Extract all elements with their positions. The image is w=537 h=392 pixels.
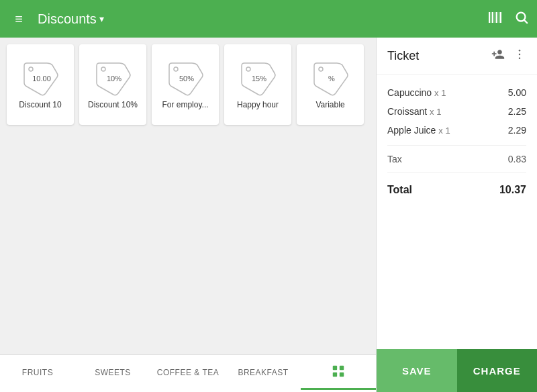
ticket-item[interactable]: Apple Juice x 1 2.29: [387, 121, 526, 140]
barcode-icon[interactable]: [487, 9, 503, 29]
svg-point-23: [519, 50, 521, 52]
ticket-item-qty: x 1: [430, 107, 441, 117]
svg-rect-5: [499, 12, 499, 23]
svg-point-13: [174, 67, 178, 71]
svg-text:15%: 15%: [252, 75, 266, 83]
total-value: 10.37: [499, 184, 526, 196]
ticket-item-name: Capuccino x 1: [387, 87, 446, 98]
discount-label: Discount 10: [12, 100, 68, 109]
ticket-item-name: Croissant x 1: [387, 106, 441, 117]
ticket-item-name: Apple Juice x 1: [387, 125, 450, 136]
ticket-item-price: 2.25: [508, 106, 526, 117]
total-label: Total: [387, 184, 412, 196]
ticket-tax-row: Tax 0.83: [387, 151, 526, 167]
svg-text:%: %: [328, 75, 335, 83]
ticket-actions: SAVE CHARGE: [377, 349, 537, 392]
svg-rect-20: [340, 365, 344, 369]
discount-label: Discount 10%: [85, 100, 141, 109]
discount-card-d2[interactable]: 10% Discount 10%: [79, 44, 146, 125]
discount-card-d1[interactable]: 10.00 Discount 10: [7, 44, 74, 125]
ticket-panel: Ticket Capuccino x 1 5.00: [376, 38, 537, 392]
svg-text:50%: 50%: [179, 75, 194, 83]
search-icon[interactable]: [514, 10, 529, 28]
svg-rect-6: [500, 12, 501, 23]
nav-breakfast[interactable]: BREAKFAST: [226, 355, 301, 392]
svg-rect-0: [489, 12, 490, 23]
ticket-total-row: Total 10.37: [387, 179, 526, 199]
discount-label: Variable: [302, 100, 358, 109]
svg-rect-3: [495, 12, 495, 23]
charge-button[interactable]: CHARGE: [457, 349, 538, 392]
discount-label: Happy hour: [230, 100, 286, 109]
app-header: ≡ Discounts ▾: [0, 0, 537, 38]
tax-value: 0.83: [508, 154, 526, 164]
menu-icon[interactable]: ≡: [8, 11, 30, 27]
nav-sweets[interactable]: SWEETS: [75, 355, 150, 392]
discount-card-d3[interactable]: 50% For employ...: [152, 44, 219, 125]
save-button[interactable]: SAVE: [377, 349, 457, 392]
discount-label: For employ...: [157, 100, 213, 109]
ticket-header: Ticket: [377, 38, 537, 75]
bottom-nav: FRUITS SWEETS COFFEE & TEA BREAKFAST: [0, 354, 376, 392]
svg-point-9: [29, 67, 33, 71]
nav-grid[interactable]: [301, 355, 376, 392]
ticket-item-qty: x 1: [434, 88, 446, 98]
svg-point-17: [319, 67, 323, 71]
add-person-icon[interactable]: [491, 48, 505, 64]
svg-rect-2: [492, 12, 493, 23]
grid-view-icon: [331, 364, 346, 382]
ticket-items: Capuccino x 1 5.00 Croissant x 1 2.25 Ap…: [377, 75, 537, 349]
left-panel: 10.00 Discount 10 10% Discount 10% 50% F…: [0, 38, 376, 392]
svg-point-15: [246, 67, 250, 71]
discount-grid: 10.00 Discount 10 10% Discount 10% 50% F…: [0, 38, 376, 354]
main-layout: 10.00 Discount 10 10% Discount 10% 50% F…: [0, 38, 537, 392]
title-text: Discounts: [38, 11, 97, 27]
ticket-item-price: 2.29: [508, 125, 526, 136]
nav-coffee[interactable]: COFFEE & TEA: [150, 355, 226, 392]
header-title: Discounts ▾: [38, 11, 479, 27]
ticket-item-price: 5.00: [508, 87, 526, 98]
more-options-icon[interactable]: [513, 48, 526, 64]
svg-rect-4: [496, 12, 497, 23]
svg-rect-19: [333, 365, 337, 369]
discount-card-d4[interactable]: 15% Happy hour: [224, 44, 291, 125]
ticket-item[interactable]: Capuccino x 1 5.00: [387, 83, 526, 102]
svg-point-24: [519, 54, 521, 56]
svg-rect-1: [491, 12, 491, 23]
svg-point-25: [519, 58, 521, 60]
discount-card-d5[interactable]: % Variable: [297, 44, 364, 125]
ticket-item[interactable]: Croissant x 1 2.25: [387, 102, 526, 121]
header-actions: [487, 9, 529, 29]
svg-rect-21: [333, 372, 337, 376]
tax-label: Tax: [387, 154, 402, 164]
nav-fruits[interactable]: FRUITS: [0, 355, 75, 392]
ticket-header-icons: [491, 48, 526, 64]
svg-rect-22: [340, 372, 344, 376]
dropdown-icon[interactable]: ▾: [99, 13, 104, 24]
ticket-title: Ticket: [387, 49, 491, 63]
ticket-divider-2: [387, 173, 526, 173]
svg-text:10%: 10%: [107, 75, 121, 83]
ticket-divider: [387, 145, 526, 146]
svg-line-8: [524, 19, 528, 23]
svg-point-11: [101, 67, 105, 71]
ticket-item-qty: x 1: [438, 126, 450, 136]
svg-text:10.00: 10.00: [32, 75, 51, 83]
